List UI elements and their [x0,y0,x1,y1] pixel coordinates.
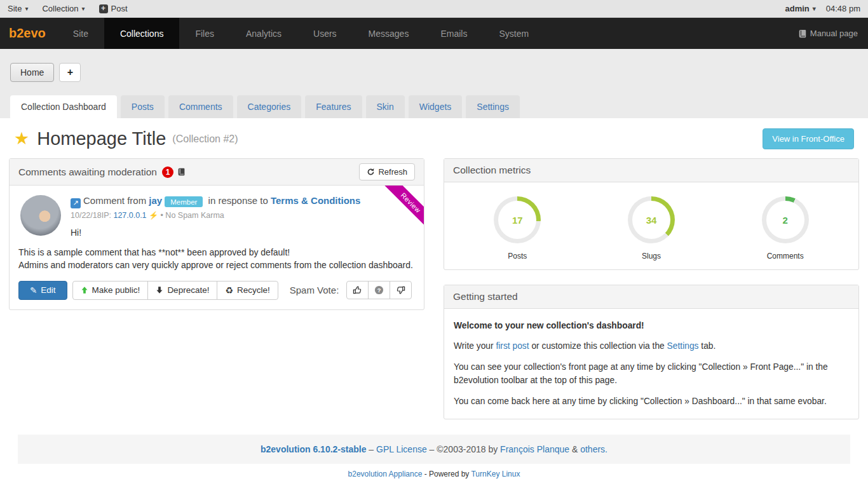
tab-widgets[interactable]: Widgets [409,95,463,118]
spam-vote-label: Spam Vote: [290,285,339,295]
gpl-license-link[interactable]: GPL License [376,444,427,454]
evobar: Site ▾ Collection ▾ + Post admin ▾ 04:48… [0,0,868,18]
main-content: ★ Homepage Title (Collection #2) View in… [0,118,868,484]
page-subtitle: (Collection #2) [172,133,238,145]
brand-logo[interactable]: b2evo [0,18,57,49]
comments-moderation-panel: Comments awaiting moderation 1 Refresh [9,158,424,310]
settings-link[interactable]: Settings [667,341,699,351]
arrow-up-icon [81,286,88,294]
in-response-to-label: in response to [205,195,271,206]
nav-item-messages[interactable]: Messages [353,18,425,49]
refresh-button[interactable]: Refresh [359,163,415,180]
pencil-icon: ✎ [30,285,37,295]
nav-item-analytics[interactable]: Analytics [230,18,297,49]
evobar-site-menu[interactable]: Site ▾ [8,4,28,13]
evobar-collection-menu[interactable]: Collection ▾ [42,4,85,13]
comment-post-link[interactable]: Terms & Conditions [271,195,360,206]
star-icon[interactable]: ★ [14,130,29,147]
turnkey-link[interactable]: TurnKey Linux [471,470,520,478]
recycle-button[interactable]: ♻ Recycle! [217,281,278,300]
view-front-office-button[interactable]: View in Front-Office [763,128,854,149]
spam-karma-label: • No Spam Karma [158,211,224,220]
review-ribbon-label: Review [383,186,424,231]
evobar-admin-menu[interactable]: admin ▾ [785,4,815,13]
tab-comments[interactable]: Comments [168,95,233,118]
nav-item-collections[interactable]: Collections [104,18,179,49]
p1-text: tab. [698,341,715,351]
tab-collection-dashboard[interactable]: Collection Dashboard [10,95,117,118]
tab-features[interactable]: Features [305,95,362,118]
posts-donut-chart: 17 [494,196,541,243]
thumbs-up-icon [353,285,362,295]
version-link[interactable]: b2evolution 6.10.2-stable [261,444,367,454]
vote-unsure-button[interactable]: ? [368,281,390,299]
comment-body: Hi! This is a sample comment that has **… [18,226,415,271]
comment-from-label: Comment from [83,195,149,206]
nav-item-files[interactable]: Files [179,18,230,49]
permalink-icon[interactable]: ↗ [71,198,81,208]
nav-item-site[interactable]: Site [57,18,104,49]
comments-panel-title: Comments awaiting moderation [18,166,157,178]
nav-item-users[interactable]: Users [297,18,353,49]
comment-date: 10/22/18 [71,211,102,220]
svg-text:?: ? [377,287,381,294]
footer-text: – [366,444,376,454]
comment-ip-link[interactable]: 127.0.0.1 [113,211,146,220]
collection-band: Home + Collection Dashboard Posts Commen… [0,49,868,118]
welcome-text: Welcome to your new collection's dashboa… [454,319,849,332]
comment-author-link[interactable]: jay [149,195,162,206]
tab-settings[interactable]: Settings [466,95,520,118]
evobar-new-post[interactable]: + Post [99,4,128,13]
slugs-donut-chart: 34 [628,196,675,243]
getting-started-p2: You can see your collection's front page… [454,360,849,388]
powered-by-text: - Powered by [422,470,471,478]
comment-text-line: Admins and moderators can very quickly a… [18,259,415,271]
evobar-admin-label: admin [785,4,809,13]
question-circle-icon: ? [374,285,384,295]
make-public-button[interactable]: Make public! [72,281,149,300]
evobar-post-label: Post [111,4,128,13]
slugs-count: 34 [632,201,670,239]
getting-started-title: Getting started [453,291,518,302]
chevron-down-icon: ▾ [25,5,28,12]
nav-item-emails[interactable]: Emails [424,18,483,49]
recycle-label: Recycle! [237,285,270,295]
vote-not-spam-button[interactable] [346,281,369,299]
comment-header: ↗Comment from jayMember in response to T… [18,194,415,208]
others-link[interactable]: others. [580,444,607,454]
vote-spam-button[interactable] [390,281,412,299]
refresh-label: Refresh [378,167,407,177]
main-navbar: b2evo Site Collections Files Analytics U… [0,18,868,49]
p1-text: Write your [454,341,496,351]
getting-started-panel: Getting started Welcome to your new coll… [444,285,859,419]
tab-posts[interactable]: Posts [121,95,165,118]
deprecate-button[interactable]: Deprecate! [147,281,217,300]
metrics-panel-title: Collection metrics [453,165,531,176]
footer: b2evolution 6.10.2-stable – GPL License … [18,435,850,464]
page-title: Homepage Title [37,128,166,149]
manual-page-label: Manual page [810,29,858,38]
edit-button[interactable]: ✎ Edit [18,281,67,300]
member-badge: Member [165,196,203,207]
appliance-link[interactable]: b2evolution Appliance [348,470,423,478]
add-collection-button[interactable]: + [59,63,81,82]
getting-started-p3: You can come back here at any time by cl… [454,395,849,408]
comments-metric-label: Comments [767,252,804,261]
posts-metric-label: Posts [508,252,527,261]
book-icon[interactable] [177,168,186,176]
tab-skin[interactable]: Skin [366,95,405,118]
commenter-avatar[interactable] [20,195,61,236]
footer-text: & [569,444,580,454]
first-post-link[interactable]: first post [496,341,529,351]
nav-item-system[interactable]: System [483,18,545,49]
p1-text: or customize this collection via the [529,341,667,351]
collection-home-button[interactable]: Home [10,63,54,82]
evobar-collection-label: Collection [42,4,78,13]
tab-categories[interactable]: Categories [237,95,302,118]
antispam-bolt-icon[interactable]: ⚡ [149,211,158,220]
refresh-icon [367,168,375,176]
author-link[interactable]: François Planque [500,444,569,454]
metric-comments: 2 Comments [762,196,809,261]
posts-count: 17 [498,201,536,239]
manual-page-link[interactable]: Manual page [798,18,868,49]
